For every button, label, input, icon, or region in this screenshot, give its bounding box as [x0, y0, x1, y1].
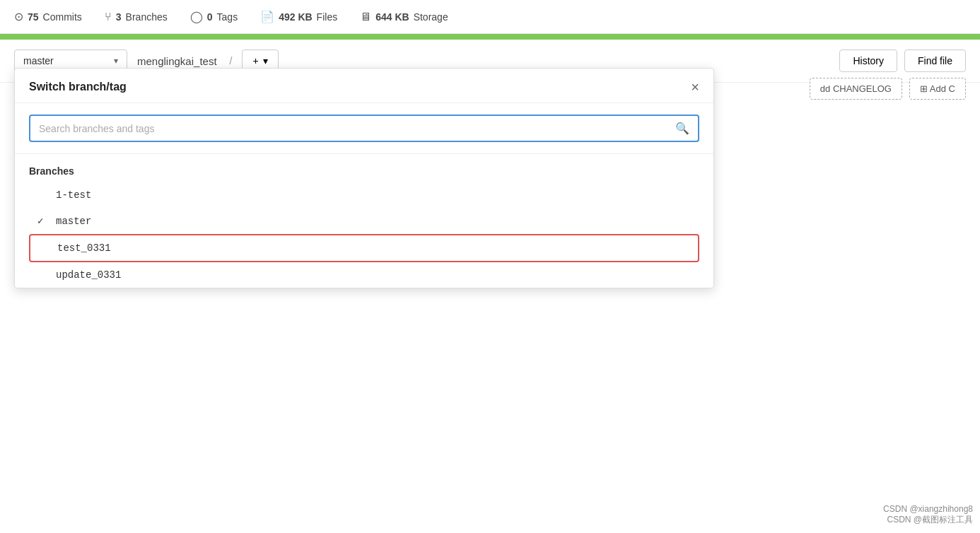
- branches-stat[interactable]: ⑂ 3 Branches: [105, 11, 168, 23]
- branch-dropdown-panel: Switch branch/tag × 🔍 Branches 1-test ✓ …: [14, 68, 714, 83]
- dropdown-header: Switch branch/tag ×: [15, 69, 713, 83]
- commits-icon: ⊙: [14, 10, 23, 23]
- files-label: Files: [317, 11, 338, 23]
- commits-count: 75: [28, 11, 39, 23]
- branch-name: master: [23, 55, 54, 66]
- dropdown-title: Switch branch/tag: [29, 81, 127, 83]
- branches-icon: ⑂: [105, 11, 112, 23]
- commits-stat[interactable]: ⊙ 75 Commits: [14, 10, 82, 23]
- tags-icon: ◯: [190, 10, 203, 23]
- commits-label: Commits: [43, 11, 82, 23]
- add-c-button[interactable]: ⊞ Add C: [909, 78, 966, 83]
- storage-icon: 🖥: [360, 11, 371, 23]
- branches-count: 3: [116, 11, 122, 23]
- path-text: menglingkai_test: [134, 55, 220, 67]
- files-count: 492 KB: [279, 11, 312, 23]
- tags-count: 0: [207, 11, 213, 23]
- add-chevron-icon: ▾: [263, 55, 268, 66]
- close-button[interactable]: ×: [691, 80, 699, 83]
- branches-label: Branches: [126, 11, 168, 23]
- files-stat[interactable]: 📄 492 KB Files: [260, 10, 337, 23]
- path-slash: /: [227, 55, 235, 66]
- right-buttons: dd CHANGELOG ⊞ Add C: [795, 68, 980, 83]
- add-icon: +: [252, 55, 258, 66]
- tags-label: Tags: [217, 11, 238, 23]
- add-changelog-button[interactable]: dd CHANGELOG: [810, 78, 902, 83]
- progress-bar: [0, 34, 980, 40]
- tags-stat[interactable]: ◯ 0 Tags: [190, 10, 238, 23]
- stats-bar: ⊙ 75 Commits ⑂ 3 Branches ◯ 0 Tags 📄 492…: [0, 0, 980, 34]
- chevron-down-icon: ▾: [114, 56, 118, 66]
- storage-count: 644 KB: [375, 11, 409, 23]
- storage-stat[interactable]: 🖥 644 KB Storage: [360, 11, 448, 23]
- files-icon: 📄: [260, 10, 274, 23]
- storage-label: Storage: [414, 11, 448, 23]
